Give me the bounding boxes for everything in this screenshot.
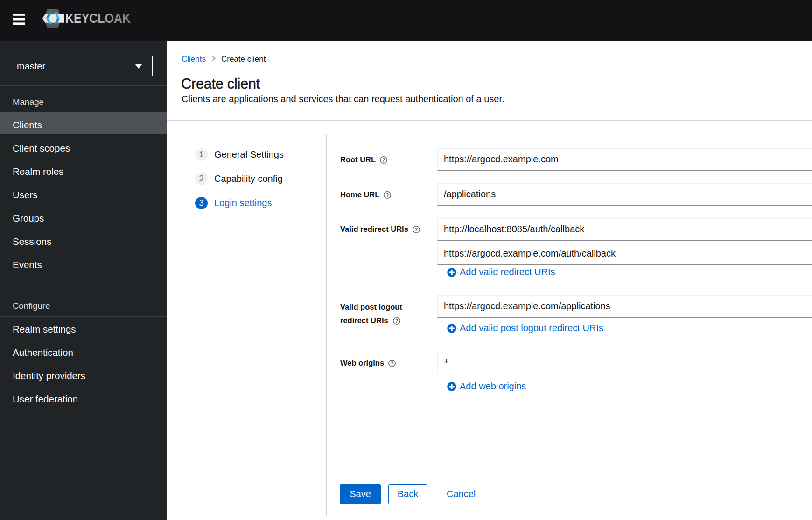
svg-text:?: ? [386, 192, 389, 198]
svg-text:?: ? [391, 361, 394, 366]
svg-text:?: ? [382, 157, 385, 163]
svg-text:?: ? [414, 227, 418, 232]
svg-text:?: ? [395, 318, 399, 324]
svg-text:KEYCLOAK: KEYCLOAK [65, 11, 131, 26]
